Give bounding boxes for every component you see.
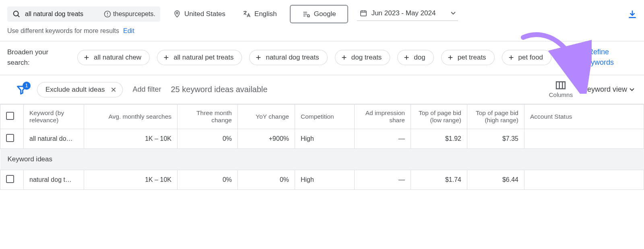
- date-range-label: Jun 2023 - May 2024: [372, 9, 436, 17]
- network-label: Google: [314, 10, 336, 18]
- search-keyword-text: all natural dog treats: [25, 10, 99, 18]
- col-keyword[interactable]: Keyword (by relevance): [24, 105, 84, 129]
- broaden-pill[interactable]: all natural chew: [77, 50, 150, 65]
- row-checkbox[interactable]: [6, 175, 14, 183]
- svg-rect-11: [361, 11, 366, 16]
- search-site-chip[interactable]: thespurcepets.: [103, 10, 155, 18]
- dropdown-icon: [451, 12, 456, 15]
- table-header-row: Keyword (by relevance) Avg. monthly sear…: [0, 105, 644, 129]
- date-range-filter[interactable]: Jun 2023 - May 2024: [357, 8, 458, 21]
- cell-ad-share: —: [355, 129, 411, 149]
- add-filter-button[interactable]: Add filter: [132, 85, 161, 94]
- network-filter[interactable]: Google: [290, 5, 348, 23]
- col-competition[interactable]: Competition: [295, 105, 355, 129]
- download-icon[interactable]: [627, 9, 638, 19]
- exclude-adult-chip[interactable]: Exclude adult ideas: [37, 82, 123, 97]
- cell-ad-share: —: [355, 170, 411, 190]
- col-three-month[interactable]: Three month change: [178, 105, 238, 129]
- edit-link[interactable]: Edit: [123, 27, 134, 35]
- plus-icon: [403, 54, 410, 61]
- cell-competition: High: [295, 170, 355, 190]
- hint-row: Use different keywords for more results …: [0, 26, 644, 41]
- cell-status: [524, 170, 644, 190]
- table-row[interactable]: natural dog t… 1K – 10K 0% 0% High — $1.…: [0, 170, 644, 190]
- cell-bid-low: $1.92: [411, 129, 467, 149]
- location-filter[interactable]: United States: [169, 8, 229, 21]
- cell-bid-low: $1.74: [411, 170, 467, 190]
- cell-three-month: 0%: [178, 170, 238, 190]
- filter-count-badge: 1: [23, 82, 31, 90]
- language-label: English: [254, 10, 277, 18]
- svg-point-5: [176, 12, 178, 14]
- cell-bid-high: $7.35: [467, 129, 524, 149]
- refine-label: Refine keywords: [576, 47, 621, 67]
- pill-label: pet treats: [458, 54, 486, 62]
- plus-icon: [83, 54, 90, 61]
- filter-toolbar: 1 Exclude adult ideas Add filter 25 keyw…: [0, 75, 644, 104]
- svg-line-10: [309, 16, 310, 17]
- col-bid-low[interactable]: Top of page bid (low range): [411, 105, 467, 129]
- refine-keywords-link[interactable]: Refine keywords: [576, 47, 621, 67]
- broaden-pill[interactable]: pet treats: [441, 50, 495, 65]
- dropdown-icon: [630, 88, 634, 91]
- plus-icon: [508, 54, 514, 61]
- language-filter[interactable]: English: [238, 7, 281, 21]
- pill-label: all natural chew: [94, 54, 141, 62]
- chip-label: Exclude adult ideas: [45, 86, 105, 94]
- col-ad-share[interactable]: Ad impression share: [355, 105, 411, 129]
- broaden-pill[interactable]: natural dog treats: [249, 50, 327, 65]
- cell-status: [524, 129, 644, 149]
- filter-funnel-button[interactable]: 1: [16, 84, 27, 95]
- select-all-header[interactable]: [0, 105, 24, 129]
- search-site-label: thespurcepets.: [113, 10, 155, 18]
- checkbox-icon[interactable]: [6, 112, 14, 120]
- pill-label: dog: [414, 54, 425, 62]
- broaden-pill[interactable]: dog: [397, 50, 433, 65]
- col-avg[interactable]: Avg. monthly searches: [84, 105, 178, 129]
- pill-label: all natural pet treats: [173, 54, 233, 62]
- svg-point-4: [107, 15, 108, 16]
- col-status[interactable]: Account Status: [524, 105, 644, 129]
- broaden-label: Broaden your search:: [7, 47, 68, 68]
- plus-icon: [163, 54, 169, 61]
- cell-keyword: natural dog t…: [24, 170, 84, 190]
- section-header-row: Keyword ideas: [0, 149, 644, 170]
- pill-label: natural dog treats: [266, 54, 319, 62]
- section-label: Keyword ideas: [0, 149, 644, 170]
- col-bid-high[interactable]: Top of page bid (high range): [467, 105, 524, 129]
- plus-icon: [341, 54, 347, 61]
- svg-rect-31: [557, 82, 566, 88]
- close-icon[interactable]: [110, 86, 117, 93]
- search-icon: [12, 10, 21, 19]
- keyword-search-box[interactable]: all natural dog treats thespurcepets.: [7, 6, 160, 22]
- top-filter-bar: all natural dog treats thespurcepets. Un…: [0, 0, 644, 26]
- ideas-available-text: 25 keyword ideas available: [171, 85, 267, 94]
- svg-line-1: [18, 15, 19, 17]
- cell-avg: 1K – 10K: [84, 170, 178, 190]
- keyword-view-label: Keyword view: [582, 85, 627, 94]
- cell-three-month: 0%: [178, 129, 238, 149]
- col-yoy[interactable]: YoY change: [238, 105, 295, 129]
- row-checkbox[interactable]: [6, 134, 14, 142]
- columns-label: Columns: [549, 91, 573, 98]
- plus-icon: [255, 54, 262, 61]
- plus-icon: [447, 54, 454, 61]
- keyword-view-dropdown[interactable]: Keyword view: [582, 85, 634, 94]
- broaden-suggestions: all natural chew all natural pet treats …: [77, 50, 559, 65]
- keyword-ideas-table: Keyword (by relevance) Avg. monthly sear…: [0, 104, 644, 190]
- broaden-search-row: Broaden your search: all natural chew al…: [0, 41, 644, 75]
- columns-button[interactable]: Columns: [549, 81, 573, 98]
- hint-message: Use different keywords for more results: [7, 27, 119, 35]
- location-label: United States: [184, 10, 225, 18]
- cell-bid-high: $6.44: [467, 170, 524, 190]
- cell-competition: High: [295, 129, 355, 149]
- cell-avg: 1K – 10K: [84, 129, 178, 149]
- table-row[interactable]: all natural do… 1K – 10K 0% +900% High —…: [0, 129, 644, 149]
- broaden-pill[interactable]: pet food: [502, 50, 551, 65]
- broaden-pill[interactable]: all natural pet treats: [157, 50, 242, 65]
- broaden-pill[interactable]: dog treats: [335, 50, 390, 65]
- cell-keyword: all natural do…: [24, 129, 84, 149]
- cell-yoy: 0%: [238, 170, 295, 190]
- cell-yoy: +900%: [238, 129, 295, 149]
- svg-point-0: [14, 11, 19, 16]
